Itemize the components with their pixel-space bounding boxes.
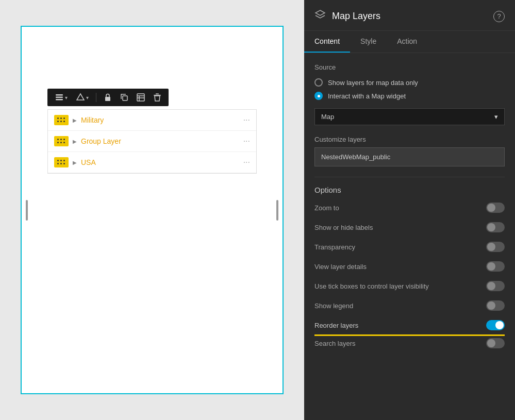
- layer-drag-usa: [54, 157, 69, 167]
- copy-button[interactable]: [118, 92, 130, 103]
- dropdown-chevron-icon: ▾: [494, 113, 498, 121]
- radio-label-interact-map: Interact with a Map widget: [328, 92, 406, 100]
- option-row-reorder-layers: Reorder layers: [314, 320, 505, 336]
- option-label-zoom-to: Zoom to: [314, 204, 486, 212]
- map-dropdown[interactable]: Map ▾: [314, 108, 505, 125]
- option-row-tick-boxes: Use tick boxes to control layer visibili…: [314, 281, 505, 291]
- svg-rect-5: [123, 96, 127, 100]
- tab-action[interactable]: Action: [387, 31, 427, 53]
- options-label: Options: [314, 186, 505, 194]
- layer-name-group: Group Layer: [81, 137, 243, 145]
- drag-dots-3: [57, 160, 65, 165]
- toggle-show-legend[interactable]: [486, 300, 505, 311]
- layer-list: ▶ Military ··· ▶ Group Layer ···: [47, 109, 257, 174]
- svg-rect-1: [56, 97, 63, 98]
- customize-label: Customize layers: [314, 136, 505, 143]
- panel-title: Map Layers: [332, 11, 380, 22]
- canvas-area: ▾ ▾: [21, 26, 284, 394]
- option-row-show-hide-labels: Show or hide labels: [314, 222, 505, 232]
- panel-header: Map Layers ?: [304, 0, 515, 31]
- layer-item-group[interactable]: ▶ Group Layer ···: [48, 131, 256, 152]
- resize-handle-left[interactable]: [26, 200, 28, 221]
- svg-rect-2: [56, 99, 63, 100]
- toggle-reorder-layers[interactable]: [486, 320, 505, 330]
- drag-dots: [57, 117, 65, 123]
- lock-button[interactable]: [102, 92, 114, 103]
- layer-item-usa[interactable]: ▶ USA ···: [48, 152, 256, 173]
- shapes-button[interactable]: ▾: [74, 92, 91, 103]
- option-label-view-layer-details: View layer details: [314, 263, 486, 271]
- toolbar-divider: [96, 93, 96, 102]
- toggle-show-hide-labels[interactable]: [486, 222, 505, 232]
- option-label-reorder-layers: Reorder layers: [314, 322, 358, 329]
- svg-rect-6: [137, 94, 144, 101]
- toggle-zoom-to[interactable]: [486, 203, 505, 213]
- panel-body: Source Show layers for map data only Int…: [304, 53, 515, 420]
- radio-group: Show layers for map data only Interact w…: [314, 78, 505, 100]
- resize-handle-right[interactable]: [276, 200, 278, 221]
- toggle-transparency[interactable]: [486, 242, 505, 252]
- toolbar: ▾ ▾: [47, 89, 169, 106]
- source-label: Source: [314, 63, 505, 71]
- svg-rect-0: [56, 94, 63, 96]
- option-label-search-layers: Search layers: [314, 340, 486, 347]
- help-button[interactable]: ?: [493, 11, 505, 22]
- radio-label-map-data: Show layers for map data only: [328, 79, 418, 87]
- layer-name-usa: USA: [81, 158, 243, 166]
- toggle-view-layer-details[interactable]: [486, 261, 505, 272]
- option-row-search-layers: Search layers: [314, 338, 505, 348]
- radio-interact-map[interactable]: Interact with a Map widget: [314, 92, 505, 100]
- option-row-view-layer-details: View layer details: [314, 261, 505, 272]
- radio-map-data[interactable]: Show layers for map data only: [314, 78, 505, 87]
- layer-expand-group[interactable]: ▶: [73, 139, 77, 144]
- layer-drag-group: [54, 136, 69, 146]
- option-label-show-legend: Show legend: [314, 302, 486, 310]
- svg-rect-11: [156, 94, 159, 95]
- section-divider: [314, 177, 505, 177]
- layer-more-military[interactable]: ···: [243, 115, 250, 125]
- tab-content[interactable]: Content: [304, 31, 350, 53]
- drag-dots-2: [57, 139, 65, 144]
- customize-value: NestedWebMap_public: [314, 147, 505, 166]
- option-label-transparency: Transparency: [314, 243, 486, 251]
- right-panel: Map Layers ? Content Style Action Source…: [304, 0, 515, 420]
- map-dropdown-value: Map: [321, 113, 334, 121]
- svg-marker-12: [315, 10, 325, 15]
- layer-expand-usa[interactable]: ▶: [73, 160, 77, 165]
- layer-more-usa[interactable]: ···: [243, 158, 250, 167]
- tab-style[interactable]: Style: [350, 31, 387, 53]
- svg-rect-4: [105, 97, 110, 101]
- layer-drag-military: [54, 115, 69, 125]
- option-row-show-legend: Show legend: [314, 300, 505, 311]
- panel-title-group: Map Layers: [314, 9, 380, 23]
- option-row-transparency: Transparency: [314, 242, 505, 252]
- layer-more-group[interactable]: ···: [243, 137, 250, 146]
- layers-button[interactable]: ▾: [53, 92, 70, 103]
- tabs: Content Style Action: [304, 31, 515, 53]
- toggle-tick-boxes[interactable]: [486, 281, 505, 291]
- left-panel: ▾ ▾: [0, 0, 304, 420]
- radio-circle-map-data: [314, 78, 323, 87]
- map-layers-icon: [314, 9, 326, 23]
- layer-item-military[interactable]: ▶ Military ···: [48, 110, 256, 131]
- option-label-tick-boxes: Use tick boxes to control layer visibili…: [314, 282, 486, 290]
- layer-name-military: Military: [81, 116, 243, 124]
- option-label-show-hide-labels: Show or hide labels: [314, 224, 486, 231]
- svg-marker-3: [77, 94, 84, 100]
- edit-button[interactable]: [135, 92, 147, 103]
- layer-expand-military[interactable]: ▶: [73, 117, 77, 123]
- toggle-search-layers[interactable]: [486, 338, 505, 348]
- delete-button[interactable]: [151, 92, 163, 103]
- radio-circle-interact-map: [314, 92, 323, 100]
- option-row-zoom-to: Zoom to: [314, 203, 505, 213]
